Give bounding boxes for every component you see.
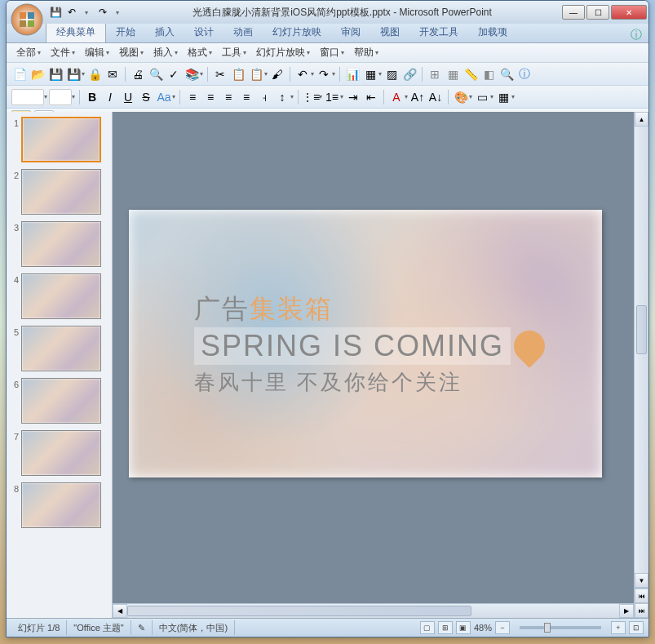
undo-dropdown[interactable]: ▾ <box>80 6 93 19</box>
bullets-icon[interactable]: ⋮≡ <box>303 89 319 105</box>
tab-developer[interactable]: 开发工具 <box>409 22 468 42</box>
horizontal-scrollbar[interactable]: ◀ ▶ <box>113 603 634 618</box>
underline-icon[interactable]: U <box>120 89 136 105</box>
copy-icon[interactable]: 📋 <box>230 66 246 82</box>
research-icon[interactable]: 📚 <box>184 66 200 82</box>
scroll-down-icon[interactable]: ▼ <box>635 573 648 588</box>
align-justify-icon[interactable]: ≡ <box>238 89 254 105</box>
fontsize-dd[interactable]: ▾ <box>72 93 75 100</box>
redo2-icon[interactable]: ↷ <box>316 66 332 82</box>
menu-tools[interactable]: 工具▾ <box>217 44 251 61</box>
help2-icon[interactable]: ⓘ <box>516 66 533 82</box>
thumbnail-panel[interactable]: 1 2 3 4 5 6 7 8 <box>7 112 113 618</box>
thumb-7[interactable]: 7 <box>10 430 108 476</box>
menu-help[interactable]: 帮助▾ <box>349 44 383 61</box>
italic-icon[interactable]: I <box>102 89 118 105</box>
table-icon[interactable]: ▦ <box>362 66 378 82</box>
tab-home[interactable]: 开始 <box>106 22 145 42</box>
slideshow-view-icon[interactable]: ▣ <box>456 621 471 634</box>
zoom-handle[interactable] <box>544 623 551 633</box>
numbering-icon[interactable]: 1≡ <box>324 89 340 105</box>
next-slide-icon[interactable]: ⏭ <box>635 603 648 618</box>
formatpainter-icon[interactable]: 🖌 <box>269 66 285 82</box>
fit-window-icon[interactable]: ⊡ <box>629 621 644 634</box>
saveas-icon[interactable]: 💾 <box>65 66 82 82</box>
paste-icon[interactable]: 📋 <box>248 66 264 82</box>
newslide-dd[interactable]: ▾ <box>490 93 493 100</box>
font-dd[interactable]: ▾ <box>44 93 47 100</box>
paste-dropdown[interactable]: ▾ <box>264 70 268 78</box>
color-icon[interactable]: ◧ <box>480 66 497 82</box>
tab-animations[interactable]: 动画 <box>223 22 263 42</box>
zoom-slider[interactable] <box>520 626 601 629</box>
bullets-dd[interactable]: ▾ <box>319 93 322 100</box>
undo2-icon[interactable]: ↶ <box>294 66 311 82</box>
menu-all[interactable]: 全部▾ <box>11 44 46 61</box>
growfont-icon[interactable]: A↑ <box>409 89 426 105</box>
tab-slideshow[interactable]: 幻灯片放映 <box>263 22 331 42</box>
saveas-dropdown[interactable]: ▾ <box>82 70 85 78</box>
office-button[interactable] <box>10 2 44 37</box>
research-dropdown[interactable]: ▾ <box>200 70 203 78</box>
shrinkfont-icon[interactable]: A↓ <box>427 89 444 105</box>
distribute-icon[interactable]: ⫞ <box>256 89 272 105</box>
tab-view[interactable]: 视图 <box>370 22 409 42</box>
close-button[interactable]: ✕ <box>611 5 647 20</box>
zoom-icon[interactable]: 🔍 <box>498 66 515 82</box>
scroll-track[interactable] <box>635 127 648 573</box>
open-icon[interactable]: 📂 <box>29 66 46 82</box>
align-center-icon[interactable]: ≡ <box>202 89 219 105</box>
thumb-2[interactable]: 2 <box>10 169 108 215</box>
fontcolor-dd[interactable]: ▾ <box>405 93 408 100</box>
slide-editor[interactable]: 广告集装箱 SPRING IS COMING 春风十里 不及你给个关注 <box>113 112 634 618</box>
link-icon[interactable]: 🔗 <box>401 66 418 82</box>
qat-customize[interactable]: ▾ <box>111 6 124 19</box>
thumb-5[interactable]: 5 <box>10 326 108 371</box>
design-dd[interactable]: ▾ <box>469 93 472 100</box>
redo2-dropdown[interactable]: ▾ <box>332 70 335 78</box>
align-left-icon[interactable]: ≡ <box>184 89 201 105</box>
align-right-icon[interactable]: ≡ <box>220 89 237 105</box>
vertical-scrollbar[interactable]: ▲ ▼ ⏮ ⏭ <box>634 112 648 618</box>
maximize-button[interactable]: ☐ <box>586 5 609 20</box>
zoom-out-icon[interactable]: − <box>495 621 510 634</box>
menu-edit[interactable]: 编辑▾ <box>80 44 114 61</box>
strike-icon[interactable]: S <box>138 89 154 105</box>
font-dropdown[interactable] <box>11 89 44 105</box>
cut-icon[interactable]: ✂ <box>212 66 228 82</box>
fontcolor-icon[interactable]: A <box>388 89 405 105</box>
menu-window[interactable]: 窗口▾ <box>315 44 349 61</box>
ruler-icon[interactable]: 📏 <box>462 66 479 82</box>
scroll-right-icon[interactable]: ▶ <box>619 604 634 618</box>
save-icon[interactable]: 💾 <box>49 6 62 19</box>
redo-icon[interactable]: ↷ <box>96 6 109 19</box>
print-icon[interactable]: 🖨 <box>130 66 146 82</box>
prev-slide-icon[interactable]: ⏮ <box>635 588 648 603</box>
menu-file[interactable]: 文件▾ <box>46 44 80 61</box>
tab-design[interactable]: 设计 <box>184 22 223 42</box>
tab-review[interactable]: 审阅 <box>331 22 370 42</box>
design-icon[interactable]: 🎨 <box>453 89 469 105</box>
thumb-8[interactable]: 8 <box>10 482 108 528</box>
thumb-6[interactable]: 6 <box>10 378 108 424</box>
layout-dd[interactable]: ▾ <box>511 93 515 100</box>
sorter-view-icon[interactable]: ⊞ <box>438 621 453 634</box>
help-icon[interactable]: ⓘ <box>631 28 642 42</box>
spellcheck-icon[interactable]: ✓ <box>166 66 182 82</box>
incindent-icon[interactable]: ⇥ <box>345 89 361 105</box>
table-dropdown[interactable]: ▾ <box>378 70 382 78</box>
scroll-up-icon[interactable]: ▲ <box>635 112 648 127</box>
preview-icon[interactable]: 🔍 <box>148 66 164 82</box>
current-slide[interactable]: 广告集装箱 SPRING IS COMING 春风十里 不及你给个关注 <box>129 210 602 477</box>
textdirection-icon[interactable]: ↕ <box>274 89 290 105</box>
thumb-1[interactable]: 1 <box>10 117 108 162</box>
tab-addins[interactable]: 加载项 <box>468 22 517 42</box>
permission-icon[interactable]: 🔒 <box>86 66 103 82</box>
fontsize-dropdown[interactable] <box>49 89 72 105</box>
scroll-thumb[interactable] <box>636 305 647 354</box>
textdir-dd[interactable]: ▾ <box>290 93 294 100</box>
newslide-icon[interactable]: ▭ <box>474 89 490 105</box>
status-language[interactable]: 中文(简体，中国) <box>153 620 235 635</box>
gridlines-icon[interactable]: ▦ <box>445 66 461 82</box>
menu-format[interactable]: 格式▾ <box>183 44 217 61</box>
